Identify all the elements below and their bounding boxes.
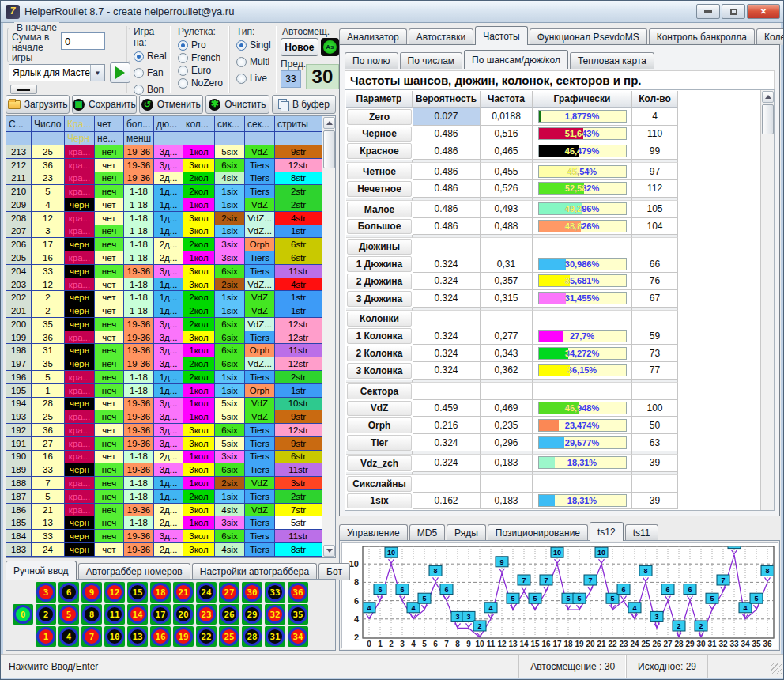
scroll-up-icon[interactable]	[323, 117, 335, 129]
bottom-tab-6[interactable]: ts11	[625, 524, 658, 541]
main-tab-6[interactable]: Колесо рулет	[756, 28, 784, 45]
roulette-number-20[interactable]: 20	[173, 604, 194, 625]
roulette-number-35[interactable]: 35	[288, 604, 308, 625]
scroll-down-icon[interactable]	[323, 545, 335, 557]
spins-row[interactable]: 2022чернчет1-181д...2кол1sixVdZ1str	[6, 291, 322, 304]
spins-row[interactable]: 19735черннеч19-363д...2кол6sixVdZ...12st…	[6, 357, 322, 371]
scroll-thumb[interactable]	[762, 104, 774, 134]
roulette-number-21[interactable]: 21	[173, 582, 194, 603]
spins-row[interactable]: 20516кра...чет1-182д...1кол3sixTiers6str	[6, 251, 322, 265]
spins-row[interactable]: 18933черннеч19-363д...3кол6sixTiers11str	[6, 463, 322, 477]
roulette-number-19[interactable]: 19	[173, 626, 194, 647]
main-tab-5[interactable]: Контроль банкролла	[649, 28, 755, 45]
maximize-button[interactable]	[722, 4, 745, 19]
freq-tab-4[interactable]: Тепловая карта	[570, 52, 654, 69]
roulette-number-33[interactable]: 33	[265, 582, 285, 603]
spins-row[interactable]: 2012чернчет1-181д...2кол1sixVdZ1str	[6, 304, 322, 318]
resize-grip[interactable]	[771, 663, 782, 674]
roulette-number-32[interactable]: 32	[265, 604, 285, 625]
spins-scrollbar[interactable]	[322, 116, 335, 557]
roulette-number-3[interactable]: 3	[36, 582, 56, 603]
spins-row[interactable]: 18324чернчет19-362д...3кол4sixTiers8str	[6, 543, 322, 557]
roulette-number-26[interactable]: 26	[219, 604, 239, 625]
autoshift-toggle-button[interactable]: As	[321, 38, 339, 56]
scroll-thumb[interactable]	[323, 130, 335, 168]
spins-row[interactable]: 18621кра...неч19-362д...3кол4sixVdZ7str	[6, 504, 322, 517]
roulette-number-2[interactable]: 2	[36, 604, 56, 625]
roulette-number-16[interactable]: 16	[150, 626, 171, 647]
roulette-number-25[interactable]: 25	[219, 626, 239, 647]
roulette-number-11[interactable]: 11	[104, 604, 125, 625]
roulette-number-14[interactable]: 14	[127, 604, 148, 625]
spins-row[interactable]: 2105кра...неч1-181д...2кол1sixTiers2str	[6, 185, 322, 198]
radio-option-nozero[interactable]: NoZero	[178, 77, 226, 89]
spins-row[interactable]: 21236кра...чет19-363д...3кол6sixTiers12s…	[6, 159, 322, 172]
freq-tab-2[interactable]: По числам	[400, 52, 463, 69]
radio-option-multi[interactable]: Multi	[236, 56, 273, 67]
roulette-number-12[interactable]: 12	[104, 582, 125, 603]
roulette-number-8[interactable]: 8	[81, 604, 102, 625]
input-tab-1[interactable]: Ручной ввод	[6, 561, 77, 580]
spins-row[interactable]: 19325кра...неч19-363д...1кол5sixVdZ9str	[6, 410, 322, 424]
freq-tab-1[interactable]: По полю	[345, 52, 398, 69]
roulette-number-22[interactable]: 22	[196, 626, 217, 647]
spins-row[interactable]: 19236кра...чет19-363д...3кол6sixTiers12s…	[6, 424, 322, 437]
collapse-button[interactable]	[10, 85, 37, 94]
spins-row[interactable]: 1965кра...неч1-181д...2кол1sixTiers2str	[6, 371, 322, 384]
start-sum-input[interactable]	[61, 32, 105, 50]
spins-row[interactable]: 20035черннеч19-363д...2кол6sixVdZ...12st…	[6, 318, 322, 331]
minimize-button[interactable]	[696, 4, 720, 19]
radio-option-french[interactable]: French	[178, 52, 226, 63]
new-button[interactable]: Новое	[281, 38, 318, 56]
roulette-number-4[interactable]: 4	[58, 626, 79, 647]
roulette-number-9[interactable]: 9	[81, 582, 102, 603]
bottom-tab-4[interactable]: Позиционирование	[488, 524, 588, 541]
spins-row[interactable]: 20433черннеч19-363д...3кол6sixTiers11str	[6, 265, 322, 278]
roulette-number-10[interactable]: 10	[104, 626, 125, 647]
roulette-number-6[interactable]: 6	[58, 582, 79, 603]
radio-option-euro[interactable]: Euro	[178, 65, 226, 76]
main-tab-4[interactable]: Функционал PsevdoMS	[530, 28, 647, 45]
roulette-number-5[interactable]: 5	[58, 604, 79, 625]
spins-row[interactable]: 19127кра...неч19-363д...3кол5sixTiers9st…	[6, 437, 322, 451]
сохранить-button[interactable]: Сохранить	[72, 95, 137, 114]
roulette-number-27[interactable]: 27	[219, 582, 239, 603]
очистить-button[interactable]: ✱Очистить	[205, 95, 270, 114]
roulette-number-13[interactable]: 13	[127, 626, 148, 647]
spins-row[interactable]: 21325кра...неч19-363д...1кол5sixVdZ9str	[6, 145, 322, 159]
roulette-number-36[interactable]: 36	[288, 582, 308, 603]
spins-row[interactable]: 21123кра...неч19-362д...2кол4sixTiers8st…	[6, 172, 322, 186]
main-tab-3[interactable]: Частоты	[475, 26, 528, 45]
spins-row[interactable]: 1875кра...неч1-181д...2кол1sixTiers2str	[6, 490, 322, 504]
radio-option-bon[interactable]: Bon	[134, 84, 168, 95]
input-tab-2[interactable]: Автограббер номеров	[78, 563, 190, 580]
roulette-number-0[interactable]: 0	[13, 604, 33, 625]
roulette-number-23[interactable]: 23	[196, 604, 217, 625]
roulette-number-15[interactable]: 15	[127, 582, 148, 603]
radio-option-live[interactable]: Live	[236, 73, 273, 84]
scroll-up-icon[interactable]	[762, 91, 774, 103]
spins-row[interactable]: 19936кра...чет19-363д...3кол6sixTiers12s…	[6, 331, 322, 345]
spins-row[interactable]: 2073кра...неч1-181д...3кол1sixVdZ...1str	[6, 225, 322, 239]
chevron-down-icon[interactable]: ▼	[90, 65, 104, 81]
radio-option-real[interactable]: Real	[134, 51, 168, 62]
bottom-tab-5[interactable]: ts12	[590, 522, 624, 541]
отменить-button[interactable]: ↺Отменить	[139, 95, 203, 114]
roulette-number-34[interactable]: 34	[288, 626, 308, 647]
spins-row[interactable]: 19831черннеч19-363д...1кол6sixOrph11str	[6, 344, 322, 357]
freq-scrollbar[interactable]	[760, 90, 774, 510]
в буфер-button[interactable]: В буфер	[272, 95, 336, 114]
spins-row[interactable]: 2094чернчет1-181д...1кол1sixVdZ2str	[6, 198, 322, 212]
spins-row[interactable]: 1887кра...неч1-181д...1кол2sixVdZ3str	[6, 477, 322, 490]
spins-row[interactable]: 18433черннеч19-363д...3кол6sixTiers11str	[6, 530, 322, 543]
radio-option-singl[interactable]: Singl	[236, 40, 273, 51]
spins-row[interactable]: 20312кра...чет1-181д...3кол2sixVdZ...4st…	[6, 278, 322, 292]
roulette-number-28[interactable]: 28	[242, 626, 262, 647]
spins-row[interactable]: 18513черннеч1-182д...1кол3sixTiers5str	[6, 516, 322, 530]
загрузить-button[interactable]: Загрузить	[6, 95, 70, 114]
bottom-tab-1[interactable]: Управление	[339, 524, 408, 541]
main-tab-2[interactable]: Автоставки	[409, 28, 474, 45]
roulette-number-24[interactable]: 24	[196, 582, 217, 603]
radio-option-pro[interactable]: Pro	[178, 40, 226, 51]
roulette-number-17[interactable]: 17	[150, 604, 171, 625]
